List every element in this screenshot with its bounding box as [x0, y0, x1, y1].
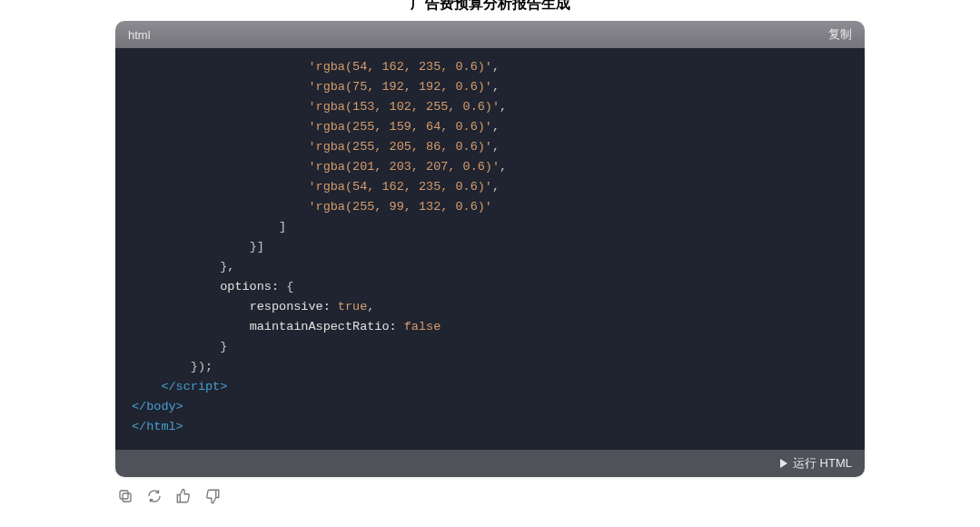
copy-button[interactable]: 复制	[828, 26, 852, 43]
svg-rect-1	[120, 491, 128, 499]
page-title: 广告费预算分析报告生成	[0, 0, 980, 21]
code-language-label: html	[128, 28, 151, 42]
code-header: html 复制	[115, 21, 865, 48]
thumbs-down-icon[interactable]	[204, 488, 221, 504]
code-content[interactable]: 'rgba(54, 162, 235, 0.6)', 'rgba(75, 192…	[115, 48, 865, 450]
play-icon	[780, 459, 787, 468]
action-bar	[115, 488, 865, 504]
thumbs-up-icon[interactable]	[175, 488, 192, 504]
code-block: html 复制 'rgba(54, 162, 235, 0.6)', 'rgba…	[115, 21, 865, 477]
svg-rect-0	[123, 493, 131, 502]
refresh-icon[interactable]	[146, 488, 163, 504]
run-label: 运行 HTML	[793, 455, 852, 472]
copy-icon[interactable]	[117, 488, 134, 504]
run-html-button[interactable]: 运行 HTML	[115, 450, 865, 477]
